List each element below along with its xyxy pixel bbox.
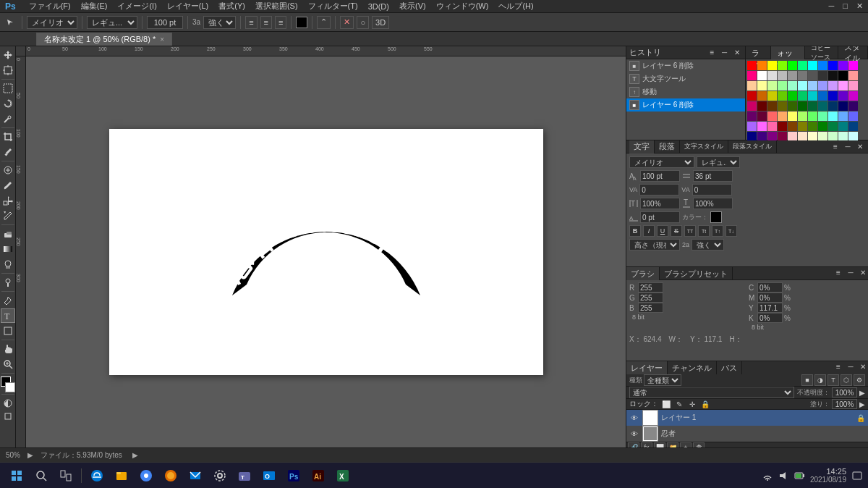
zoom-tool[interactable] <box>1 357 15 371</box>
swatch-37[interactable] <box>788 91 797 101</box>
swatch-53[interactable] <box>838 101 848 111</box>
tracking-field[interactable] <box>692 184 732 195</box>
swatch-4[interactable] <box>788 61 797 70</box>
high-select[interactable]: 高さ（現在） <box>629 239 680 251</box>
font-size-input[interactable] <box>147 16 183 29</box>
swatch-1[interactable] <box>757 61 767 70</box>
layer-row-0[interactable]: 👁 レイヤー 1 🔒 <box>626 410 868 426</box>
color-tab-swatches[interactable]: スウォッチ <box>771 46 805 59</box>
teams-icon[interactable]: T <box>234 465 255 487</box>
swatch-65[interactable] <box>848 112 858 121</box>
text-filter-icon[interactable]: T <box>827 374 839 386</box>
y-value[interactable] <box>757 303 783 313</box>
volume-icon[interactable] <box>778 471 788 481</box>
chrome-icon[interactable] <box>135 465 157 487</box>
eraser-tool[interactable] <box>1 227 15 241</box>
layers-minimize-icon[interactable]: ─ <box>846 361 856 371</box>
history-menu-icon[interactable]: ≡ <box>707 48 718 58</box>
ps-app-icon[interactable]: Ps <box>283 465 305 487</box>
text-font-family[interactable]: メイリオ <box>629 156 694 168</box>
swatch-19[interactable] <box>828 71 838 80</box>
document-tab[interactable]: 名称未改定 1 @ 50% (RGB/8) * × <box>36 33 172 46</box>
menu-image[interactable]: イメージ(I) <box>115 1 158 12</box>
text-font-style[interactable]: レギュ.. <box>697 156 740 168</box>
hand-tool[interactable] <box>1 342 15 356</box>
swatch-43[interactable] <box>848 91 858 101</box>
outlook-icon[interactable]: O <box>258 465 280 487</box>
swatch-25[interactable] <box>778 81 787 91</box>
swatch-40[interactable] <box>818 91 827 101</box>
swatch-30[interactable] <box>828 81 838 91</box>
swatch-15[interactable] <box>788 71 797 80</box>
swatch-57[interactable] <box>767 112 777 121</box>
mail-icon[interactable] <box>184 465 206 487</box>
swatch-12[interactable] <box>757 71 767 80</box>
history-item-2[interactable]: ↑ 移動 <box>626 85 745 98</box>
text-tab-para[interactable]: 段落 <box>655 140 680 153</box>
smart-filter-icon[interactable]: ⚙ <box>854 374 865 386</box>
underline-btn[interactable]: U <box>657 225 668 237</box>
text-color-swatch[interactable] <box>710 211 722 223</box>
swatch-52[interactable] <box>828 101 838 111</box>
pixel-filter-icon[interactable]: ■ <box>801 374 813 386</box>
swatch-8[interactable] <box>828 61 838 70</box>
edge-icon[interactable] <box>86 465 108 487</box>
layer-type-filter[interactable]: 全種類 <box>644 374 681 386</box>
fill-input[interactable] <box>832 399 857 409</box>
type-tool[interactable]: T <box>1 308 15 323</box>
swatch-36[interactable] <box>778 91 787 101</box>
window-close[interactable]: ✕ <box>854 1 865 11</box>
commit-btn[interactable]: ○ <box>357 16 369 29</box>
rectangle-select-tool[interactable] <box>1 81 15 96</box>
align-center-btn[interactable]: ≡ <box>260 16 272 29</box>
shape-filter-icon[interactable]: ⬡ <box>841 374 852 386</box>
align-left-btn[interactable]: ≡ <box>245 16 257 29</box>
excel-icon[interactable]: X <box>332 465 354 487</box>
swatch-2[interactable] <box>767 61 777 70</box>
italic-btn[interactable]: I <box>643 225 655 237</box>
history-minimize-icon[interactable]: ─ <box>720 48 730 58</box>
swatch-42[interactable] <box>838 91 848 101</box>
history-item-3[interactable]: ■ レイヤー 6 削除 <box>626 98 745 112</box>
b-value[interactable] <box>638 303 663 313</box>
fill-arrow[interactable]: ▶ <box>859 400 865 408</box>
lock-all-icon[interactable]: 🔒 <box>700 399 710 409</box>
small-caps-btn[interactable]: Tt <box>698 225 710 237</box>
layer-visibility-1[interactable]: 👁 <box>629 429 639 439</box>
magic-wand-tool[interactable] <box>1 112 15 126</box>
settings-icon[interactable] <box>209 465 231 487</box>
color-tab-copysource[interactable]: コピーソース <box>805 46 838 59</box>
menu-edit[interactable]: 編集(E) <box>79 1 110 12</box>
swatch-69[interactable] <box>778 122 787 131</box>
brush-menu-icon[interactable]: ≡ <box>833 267 843 277</box>
ai-icon[interactable]: Ai <box>307 465 329 487</box>
swatch-41[interactable] <box>828 91 838 101</box>
menu-layer[interactable]: レイヤー(L) <box>165 1 210 12</box>
opacity-arrow[interactable]: ▶ <box>859 389 865 397</box>
swatch-45[interactable] <box>757 101 767 111</box>
swatch-46[interactable] <box>767 101 777 111</box>
swatch-23[interactable] <box>757 81 767 91</box>
swatch-13[interactable] <box>767 71 777 80</box>
swatch-32[interactable] <box>848 81 858 91</box>
kerning-field[interactable] <box>639 184 679 195</box>
brush-tool[interactable] <box>1 178 15 193</box>
text-tab-char[interactable]: 文字 <box>629 140 655 153</box>
delete-layer-btn[interactable]: 🗑 <box>693 442 705 447</box>
sub-btn[interactable]: T↓ <box>726 225 737 237</box>
r-value[interactable] <box>638 282 663 293</box>
swatch-61[interactable] <box>808 112 817 121</box>
layers-tab-layers[interactable]: レイヤー <box>626 361 668 374</box>
layers-close-icon[interactable]: ✕ <box>858 361 868 371</box>
swatch-18[interactable] <box>818 71 827 80</box>
swatch-17[interactable] <box>808 71 817 80</box>
background-color[interactable] <box>5 382 15 392</box>
swatch-71[interactable] <box>798 122 807 131</box>
menu-select[interactable]: 選択範囲(S) <box>253 1 300 12</box>
menu-3d[interactable]: 3D(D) <box>366 2 391 11</box>
swatch-58[interactable] <box>778 112 787 121</box>
adj-filter-icon[interactable]: ◑ <box>814 374 826 386</box>
swatch-56[interactable] <box>757 112 767 121</box>
history-item-1[interactable]: T 大文字ツール <box>626 72 745 85</box>
leading-field[interactable] <box>693 170 733 182</box>
